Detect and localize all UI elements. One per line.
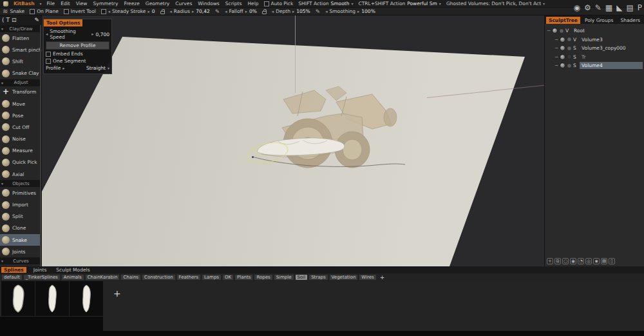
ghost-toggle-icon[interactable] (567, 46, 572, 51)
spline-category-tab[interactable]: Chains (121, 275, 140, 280)
collapse-icon[interactable]: − (554, 37, 558, 43)
slider-left-icon[interactable]: ◂ (108, 9, 110, 14)
slider-left-icon[interactable]: ◂ (170, 9, 172, 14)
steady-stroke-slider[interactable]: ◂ Steady Stroke ▸ 0 (101, 8, 155, 14)
spline-category-tab[interactable]: Soil (296, 275, 308, 280)
one-segment-checkbox[interactable]: One Segment (44, 57, 111, 64)
menu-item[interactable]: Windows (198, 1, 219, 6)
slider-right-icon[interactable]: ▸ (357, 9, 359, 14)
volume-name[interactable]: Volume4 (580, 62, 643, 69)
volume-name[interactable]: Volume3 (580, 36, 643, 43)
text-tool-icon[interactable]: T (6, 17, 10, 23)
invert-tool-toggle[interactable]: Invert Tool (64, 8, 96, 14)
tool-item[interactable]: Joints (0, 246, 41, 257)
tool-item[interactable]: Pose (0, 110, 41, 121)
spline-category-tab[interactable]: Lamps (202, 275, 221, 280)
slider-left-icon[interactable]: ◂ (325, 9, 327, 14)
delete-icon[interactable]: ▯ (609, 258, 615, 264)
history-icon[interactable]: ◔ (578, 258, 584, 264)
spline-category-tab[interactable]: Construction (142, 275, 175, 280)
tool-item[interactable]: Move (0, 98, 41, 110)
duplicate-icon[interactable]: ⧉ (554, 258, 561, 264)
falloff-slider[interactable]: ◂ Falloff ▸ 0% (225, 8, 257, 14)
tool-item[interactable]: Snake Clay (0, 68, 41, 79)
tree-item-volume3-copy000[interactable]: − S Volume3_copy000 (547, 44, 644, 53)
radius-value[interactable]: 70,42 (196, 8, 209, 14)
tool-item[interactable]: Quick Pick (0, 157, 41, 168)
tab-sculpttree[interactable]: SculptTree (546, 17, 580, 24)
soil-spline-preset-3[interactable] (70, 281, 103, 316)
tree-item-volume4[interactable]: − S Volume4 (547, 61, 644, 70)
slider-right-icon[interactable]: ▸ (192, 9, 194, 14)
slider-left-icon[interactable]: ◂ (46, 32, 48, 37)
menu-item[interactable]: View (76, 1, 88, 6)
pen-pressure-icon[interactable]: ✎ (215, 8, 220, 15)
add-category-tab[interactable]: + (378, 274, 387, 281)
spline-category-tab[interactable]: Simple (274, 275, 294, 280)
remove-profile-button[interactable]: Remove Profile (46, 41, 109, 50)
tool-item[interactable]: Flatten (0, 32, 41, 44)
tab-shaders[interactable]: Shaders (618, 17, 642, 24)
list-icon[interactable]: ▤ (601, 258, 607, 264)
viewport-sphere-icon[interactable]: ◉ (574, 4, 580, 12)
tab-sculpt-models[interactable]: Sculpt Models (53, 267, 92, 273)
spline-category-tab[interactable]: default (2, 275, 22, 280)
collapse-icon[interactable]: − (547, 28, 551, 34)
tab-poly-groups[interactable]: Poly Groups (582, 17, 616, 24)
brush-stroke-icon[interactable]: ✎ (595, 4, 601, 12)
menu-item[interactable]: File (47, 1, 55, 6)
pots-icon[interactable]: ▤ (626, 4, 633, 12)
tool-item[interactable]: Clone (0, 222, 41, 234)
spline-category-tab[interactable]: _TinkerSplines (24, 275, 60, 280)
tool-item[interactable]: Adjust (0, 79, 41, 86)
profile-dropdown[interactable]: Profile ▸ Straight ▾ (44, 64, 111, 72)
brush-icon[interactable]: ✎ (34, 17, 39, 23)
volume-name[interactable]: Tr (580, 54, 643, 61)
shift-action-combo[interactable]: SHIFT Action Smooth ▾ (298, 1, 353, 6)
tool-options-tab[interactable]: Tool Options (44, 19, 82, 26)
tool-item[interactable]: Import (0, 199, 41, 210)
menu-item[interactable]: Help (247, 1, 258, 6)
camera-bracket-icon[interactable]: ( (2, 17, 5, 23)
tool-item[interactable]: Smart pinch (0, 44, 41, 55)
target-icon[interactable]: ◎ (585, 258, 592, 264)
menu-item[interactable]: Freeze (124, 1, 139, 6)
spline-category-tab[interactable]: OK (223, 275, 233, 280)
depth-slider[interactable]: ◂ Depth ▸ 105% (272, 8, 310, 14)
spline-category-tab[interactable]: ChainKarabin (86, 275, 120, 280)
spline-category-tab[interactable]: Straps (309, 275, 327, 280)
menu-item[interactable]: Scripts (225, 1, 242, 6)
visibility-icon[interactable] (560, 63, 565, 68)
slider-right-icon[interactable]: ▸ (91, 32, 93, 37)
radius-slider[interactable]: ◂ Radius ▸ 70,42 (170, 8, 210, 14)
checker-pattern-icon[interactable]: ▦ (605, 4, 612, 12)
menu-item[interactable]: Geometry (146, 1, 169, 6)
paint-mode-icon[interactable]: P (638, 4, 642, 12)
menu-item[interactable]: Edit (61, 1, 70, 6)
collapse-icon[interactable]: − (554, 54, 558, 60)
ghosted-volumes-combo[interactable]: Ghosted Volumes: Don't Pick, Don't Act ▾ (446, 1, 545, 6)
slider-left-icon[interactable]: ◂ (225, 9, 227, 14)
kitbash-menu[interactable]: KitBash (14, 1, 35, 6)
auto-pick-toggle[interactable]: Auto Pick (264, 1, 294, 6)
settings-gear-icon[interactable]: ⚙ (584, 4, 591, 12)
sidebar-scrollbar[interactable] (40, 25, 41, 266)
stencil-box-icon[interactable]: ⊡ (12, 17, 17, 23)
slider-left-icon[interactable]: ◂ (272, 9, 274, 14)
tool-item[interactable]: Clay/Draw (0, 25, 41, 32)
spline-category-tab[interactable]: Wires (359, 275, 375, 280)
add-volume-icon[interactable]: + (547, 258, 553, 264)
smoothing-slider[interactable]: ◂ Smoothing ▸ 100% (325, 8, 375, 14)
volume-name[interactable]: Volume3_copy000 (580, 44, 643, 52)
tool-item[interactable]: Snake (0, 234, 41, 246)
add-preset-button[interactable]: + (113, 288, 121, 299)
radius-lock-icon[interactable] (160, 11, 165, 14)
tool-item[interactable]: Noise (0, 133, 41, 145)
depth-lock-icon[interactable] (262, 11, 267, 14)
shader-sphere-icon[interactable]: ◉ (570, 258, 576, 264)
tool-item[interactable]: Objects (0, 180, 41, 187)
smoothing-speed-value[interactable]: 0,700 (96, 32, 109, 37)
menu-item[interactable]: Curves (175, 1, 192, 6)
sphere-icon[interactable]: ○ (562, 258, 569, 264)
visibility-icon[interactable] (560, 37, 565, 43)
